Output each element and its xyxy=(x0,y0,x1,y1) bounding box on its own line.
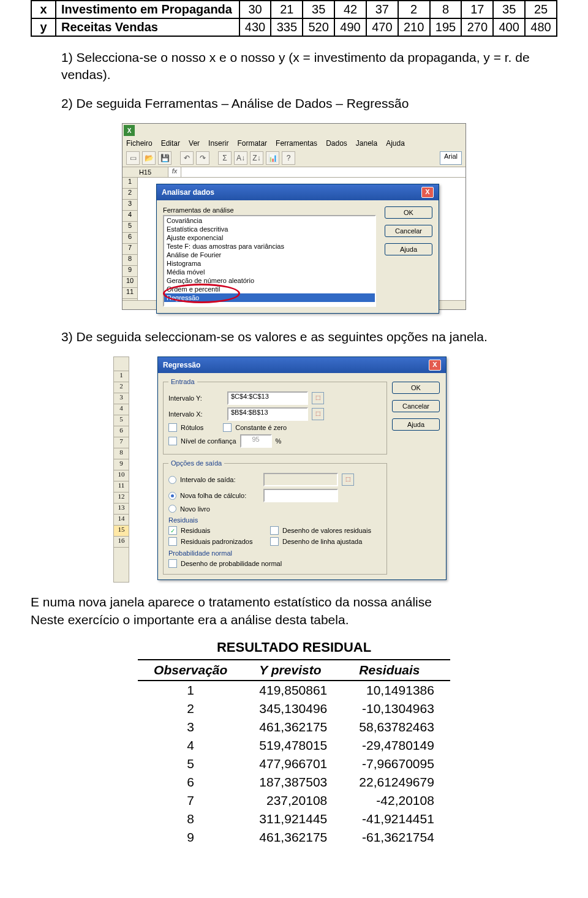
list-item[interactable]: Ordem e percentil xyxy=(164,285,375,293)
menu-ver[interactable]: Ver xyxy=(189,139,200,148)
row-key: x xyxy=(31,1,56,18)
help-button[interactable]: Ajuda xyxy=(392,418,440,431)
radio-intervalo-saida[interactable] xyxy=(168,476,176,484)
redo-icon[interactable]: ↷ xyxy=(196,151,209,165)
radio-novo-livro[interactable] xyxy=(168,505,176,513)
list-item[interactable]: Ajuste exponencial xyxy=(164,233,375,242)
cell: 35 xyxy=(493,1,525,18)
menu-inserir[interactable]: Inserir xyxy=(208,139,228,148)
ok-button[interactable]: OK xyxy=(385,206,432,219)
save-icon[interactable]: 💾 xyxy=(158,151,172,165)
font-selector[interactable]: Arial xyxy=(440,151,462,165)
menu-ferramentas[interactable]: Ferramentas xyxy=(276,139,317,148)
chart-icon[interactable]: 📊 xyxy=(266,151,279,165)
list-item[interactable]: Média móvel xyxy=(164,268,375,276)
cell: 470 xyxy=(366,18,398,36)
menu-ajuda[interactable]: Ajuda xyxy=(386,139,405,148)
formula-bar[interactable] xyxy=(181,167,466,177)
cancel-button[interactable]: Cancelar xyxy=(385,225,432,237)
fx-icon[interactable]: fx xyxy=(168,167,181,177)
cell: 35 xyxy=(303,1,334,18)
name-box[interactable]: H15 xyxy=(123,167,168,177)
label-conf: Nível de confiança xyxy=(181,437,236,445)
label-novo: Novo livro xyxy=(180,505,210,513)
label-interv: Intervalo de saída: xyxy=(180,476,260,483)
input-intervalo-y[interactable]: $C$4:$C$13 xyxy=(227,391,308,405)
row-headers: 123 456 789 1011 xyxy=(123,178,138,300)
listbox-label: Ferramentas de análise xyxy=(163,206,376,214)
checkbox-desenho-residuais[interactable] xyxy=(270,526,279,535)
col-observacao: Observação xyxy=(138,660,243,681)
checkbox-desenho-linha[interactable] xyxy=(270,537,279,546)
label-intervalo-y: Intervalo Y: xyxy=(168,394,224,402)
checkbox-constante-zero[interactable] xyxy=(223,423,232,432)
undo-icon[interactable]: ↶ xyxy=(180,151,194,165)
excel-app-icon: X xyxy=(124,125,135,136)
cell: 430 xyxy=(239,18,271,36)
list-item[interactable]: Estatística descritiva xyxy=(164,225,375,233)
menu-janela[interactable]: Janela xyxy=(356,139,377,148)
input-nova-folha[interactable] xyxy=(263,489,338,502)
cell: 17 xyxy=(461,1,493,18)
residual-table: Observação Y previsto Residuais 1419,850… xyxy=(138,659,450,847)
ok-button[interactable]: OK xyxy=(392,382,440,394)
range-picker-icon[interactable]: ⬚ xyxy=(342,474,354,486)
list-item[interactable]: Covariância xyxy=(164,216,375,225)
sort-asc-icon[interactable]: A↓ xyxy=(234,151,247,165)
entrada-group: Entrada Intervalo Y: $C$4:$C$13 ⬚ Interv… xyxy=(163,378,387,455)
regressao-dialog: Regressão X Entrada Intervalo Y: $C$4:$C… xyxy=(157,357,447,580)
toolbar: ▭ 📂 💾 ↶ ↷ Σ A↓ Z↓ 📊 ? Arial xyxy=(123,149,466,167)
cell: 42 xyxy=(334,1,366,18)
cell: 2 xyxy=(398,1,430,18)
checkbox-nivel-confianca[interactable] xyxy=(168,437,177,445)
data-table: x Investimento em Propaganda 30 21 35 42… xyxy=(31,0,557,37)
input-conf[interactable]: 95 xyxy=(240,434,272,448)
cell: 490 xyxy=(334,18,366,36)
checkbox-residuais-padr[interactable] xyxy=(168,537,177,546)
open-icon[interactable]: 📂 xyxy=(142,151,156,165)
sort-desc-icon[interactable]: Z↓ xyxy=(250,151,263,165)
range-picker-icon[interactable]: ⬚ xyxy=(312,392,324,404)
menubar[interactable]: Ficheiro Editar Ver Inserir Formatar Fer… xyxy=(123,137,466,149)
col-y-previsto: Y previsto xyxy=(243,660,343,681)
list-item[interactable]: Geração de número aleatório xyxy=(164,276,375,285)
input-intervalo-x[interactable]: $B$4:$B$13 xyxy=(227,407,308,421)
close-icon[interactable]: X xyxy=(421,187,434,198)
radio-nova-folha[interactable] xyxy=(168,492,176,500)
checkbox-desenho-prob-normal[interactable] xyxy=(168,559,177,568)
menu-ficheiro[interactable]: Ficheiro xyxy=(126,139,153,148)
menu-dados[interactable]: Dados xyxy=(326,139,347,148)
label-desenho-res: Desenho de valores residuais xyxy=(282,527,371,534)
step-2: 2) De seguida Ferramentas – Análise de D… xyxy=(61,95,557,112)
close-icon[interactable]: X xyxy=(429,360,441,371)
list-item[interactable]: Teste F: duas amostras para variâncias xyxy=(164,242,375,251)
cell: 400 xyxy=(493,18,525,36)
range-picker-icon[interactable]: ⬚ xyxy=(312,408,324,420)
step-3: 3) De seguida seleccionam-se os valores … xyxy=(61,328,557,345)
new-icon[interactable]: ▭ xyxy=(126,151,140,165)
menu-editar[interactable]: Editar xyxy=(161,139,180,148)
checkbox-residuais[interactable]: ✓ xyxy=(168,526,177,535)
label-rotulos: Rótulos xyxy=(181,424,203,431)
result-title: RESULTADO RESIDUAL xyxy=(31,640,557,655)
label-nova: Nova folha de cálculo: xyxy=(180,492,260,499)
after-text: E numa nova janela aparece o tratamento … xyxy=(31,594,557,628)
cell: 8 xyxy=(430,1,462,18)
list-item[interactable]: Histograma xyxy=(164,259,375,268)
list-item[interactable]: Análise de Fourier xyxy=(164,251,375,259)
help-button[interactable]: Ajuda xyxy=(385,243,432,255)
help-icon[interactable]: ? xyxy=(282,151,295,165)
cell: 195 xyxy=(430,18,462,36)
cancel-button[interactable]: Cancelar xyxy=(392,400,440,412)
input-intervalo-saida xyxy=(263,473,338,486)
cell: 37 xyxy=(366,1,398,18)
list-item-selected[interactable]: Regressão xyxy=(164,293,375,302)
checkbox-rotulos[interactable] xyxy=(168,423,177,432)
menu-formatar[interactable]: Formatar xyxy=(237,139,267,148)
cell: 335 xyxy=(271,18,303,36)
col-residuais: Residuais xyxy=(343,660,450,681)
analysis-listbox[interactable]: Covariância Estatística descritiva Ajust… xyxy=(163,215,376,307)
sum-icon[interactable]: Σ xyxy=(218,151,232,165)
row-key: y xyxy=(31,18,56,36)
cell: 30 xyxy=(239,1,271,18)
